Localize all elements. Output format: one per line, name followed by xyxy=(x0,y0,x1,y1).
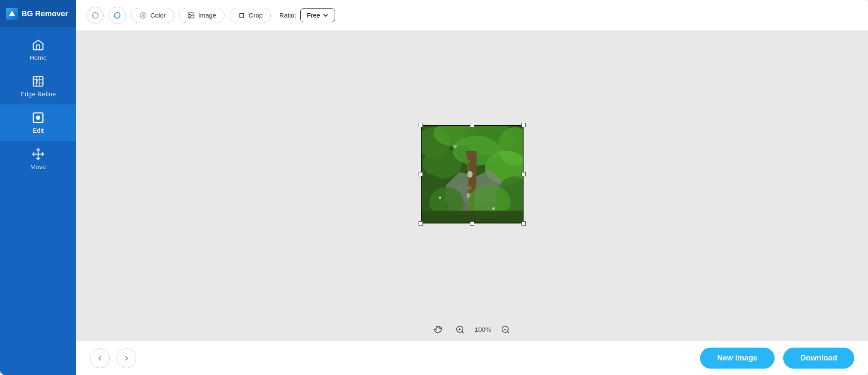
sidebar-item-edge-refine-label: Edge Refine xyxy=(21,90,56,98)
redo-button[interactable] xyxy=(109,7,126,24)
svg-point-7 xyxy=(189,14,190,15)
sidebar-item-home[interactable]: Home xyxy=(0,32,76,68)
ratio-value: Free xyxy=(307,12,320,19)
handle-top-right[interactable] xyxy=(521,123,526,127)
sidebar-item-edit-label: Edit xyxy=(33,127,44,134)
undo-icon xyxy=(91,12,99,19)
crop-icon xyxy=(238,12,245,19)
prev-button[interactable] xyxy=(90,348,110,368)
svg-rect-8 xyxy=(239,13,243,17)
svg-point-5 xyxy=(142,14,144,17)
image-label: Image xyxy=(198,12,216,19)
color-icon xyxy=(139,12,147,19)
download-button[interactable]: Download xyxy=(783,348,854,369)
handle-top-left[interactable] xyxy=(419,123,423,127)
crop-container[interactable] xyxy=(421,125,524,223)
sidebar-item-edge-refine[interactable]: Edge Refine xyxy=(0,68,76,104)
edit-icon xyxy=(32,111,45,124)
zoom-out-button[interactable] xyxy=(499,323,512,336)
sidebar-item-move-label: Move xyxy=(30,163,46,170)
footer-nav xyxy=(90,348,136,368)
crop-border xyxy=(421,125,524,223)
app-logo: BG Remover xyxy=(0,0,76,27)
logo-icon xyxy=(6,8,18,20)
home-icon xyxy=(32,39,45,51)
hand-tool-button[interactable] xyxy=(432,323,446,336)
footer-actions: New Image Download xyxy=(700,348,854,369)
edge-refine-icon xyxy=(32,75,45,88)
ratio-select[interactable]: Free xyxy=(300,8,335,22)
zoom-in-icon xyxy=(455,325,465,334)
image-button[interactable]: Image xyxy=(179,8,224,23)
handle-bottom-middle[interactable] xyxy=(470,221,474,226)
handle-middle-right[interactable] xyxy=(521,172,526,176)
handle-bottom-left[interactable] xyxy=(419,221,423,226)
redo-icon xyxy=(114,12,121,19)
prev-icon xyxy=(96,354,104,362)
svg-line-28 xyxy=(462,331,464,333)
next-icon xyxy=(123,354,130,362)
svg-marker-0 xyxy=(9,11,15,16)
chevron-down-icon xyxy=(323,12,329,18)
color-label: Color xyxy=(150,12,166,19)
move-icon xyxy=(32,148,45,161)
image-icon xyxy=(187,12,195,19)
zoom-out-icon xyxy=(501,325,510,334)
app-name: BG Remover xyxy=(21,9,68,18)
toolbar: Color Image Crop Ratio: Free xyxy=(76,0,868,31)
sidebar-item-edit[interactable]: Edit xyxy=(0,104,76,141)
canvas-area[interactable] xyxy=(76,31,868,318)
undo-button[interactable] xyxy=(87,7,104,24)
footer: New Image Download xyxy=(76,341,868,375)
handle-top-middle[interactable] xyxy=(470,123,474,127)
color-button[interactable]: Color xyxy=(131,8,174,23)
new-image-button[interactable]: New Image xyxy=(700,348,775,369)
next-button[interactable] xyxy=(117,348,136,368)
main-content: Color Image Crop Ratio: Free xyxy=(76,0,868,375)
ratio-label: Ratio: xyxy=(279,12,296,19)
zoom-level: 100% xyxy=(475,326,491,333)
ratio-wrapper: Ratio: Free xyxy=(279,8,335,22)
sidebar-nav: Home Edge Refine Edit Move xyxy=(0,27,76,177)
crop-label: Crop xyxy=(249,12,263,19)
crop-button[interactable]: Crop xyxy=(230,8,271,23)
handle-bottom-right[interactable] xyxy=(521,221,526,226)
svg-rect-1 xyxy=(33,77,43,86)
zoom-bar: 100% xyxy=(76,318,868,341)
sidebar-item-move[interactable]: Move xyxy=(0,141,76,177)
handle-middle-left[interactable] xyxy=(419,172,423,176)
sidebar: BG Remover Home Edge Refine xyxy=(0,0,76,375)
zoom-in-button[interactable] xyxy=(453,323,467,336)
sidebar-item-home-label: Home xyxy=(30,54,47,61)
svg-line-32 xyxy=(507,331,509,333)
hand-icon xyxy=(434,324,444,335)
